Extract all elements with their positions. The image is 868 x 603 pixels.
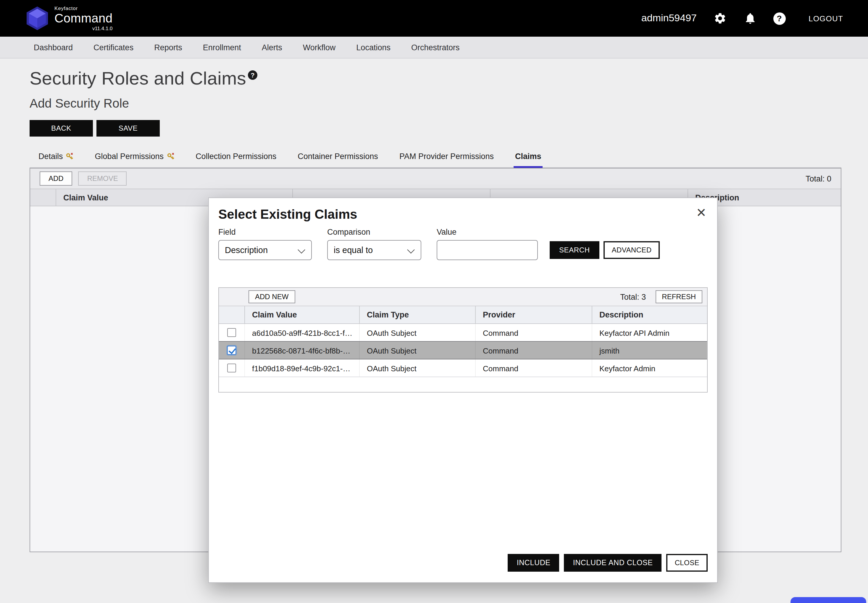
close-icon[interactable]: ✕ bbox=[696, 206, 707, 220]
provider-cell: Command bbox=[475, 324, 592, 341]
select-column-header bbox=[30, 189, 56, 206]
help-icon[interactable]: ? bbox=[773, 12, 786, 25]
value-group: Value bbox=[437, 227, 538, 260]
refresh-button[interactable]: REFRESH bbox=[655, 290, 702, 303]
claims-search-form: Field Description Comparison is equal to… bbox=[219, 227, 708, 260]
settings-gear-icon[interactable] bbox=[713, 11, 727, 25]
warning-key-icon bbox=[66, 153, 74, 160]
tab-container-permissions[interactable]: Container Permissions bbox=[296, 147, 379, 168]
modal-title: Select Existing Claims bbox=[219, 206, 708, 223]
nav-item-reports[interactable]: Reports bbox=[154, 43, 182, 52]
brand-name: Keyfactor bbox=[54, 6, 113, 11]
grid-column-provider[interactable]: Provider bbox=[475, 306, 592, 323]
version-label: v11.4.1.0 bbox=[92, 26, 113, 31]
tab-claims[interactable]: Claims bbox=[514, 147, 542, 168]
claim-type-cell: OAuth Subject bbox=[359, 359, 475, 377]
field-select[interactable]: Description bbox=[219, 240, 312, 260]
add-button[interactable]: ADD bbox=[40, 172, 73, 186]
grid-select-column-header bbox=[219, 306, 244, 323]
comparison-group: Comparison is equal to bbox=[327, 227, 421, 260]
search-button[interactable]: SEARCH bbox=[550, 241, 599, 259]
include-and-close-button[interactable]: INCLUDE AND CLOSE bbox=[564, 554, 662, 572]
username: admin59497 bbox=[642, 12, 697, 24]
provider-cell: Command bbox=[475, 342, 592, 359]
claim-row-select-cell bbox=[219, 342, 244, 359]
grid-column-description[interactable]: Description bbox=[592, 306, 707, 323]
grid-total: Total: 3 bbox=[620, 292, 646, 301]
nav-item-locations[interactable]: Locations bbox=[356, 43, 391, 52]
description-cell: Keyfactor API Admin bbox=[592, 324, 707, 341]
advanced-button[interactable]: ADVANCED bbox=[603, 241, 660, 259]
claims-panel-toolbar: ADD REMOVE Total: 0 bbox=[30, 169, 841, 189]
tabs: Details Global Permissions Collection Pe… bbox=[29, 147, 842, 168]
claims-grid-header: Claim Value Claim Type Provider Descript… bbox=[219, 306, 707, 324]
field-group: Field Description bbox=[219, 227, 312, 260]
claim-value-cell: b122568c-0871-4f6c-bf8b-… bbox=[244, 342, 359, 359]
include-button[interactable]: INCLUDE bbox=[508, 554, 560, 572]
comparison-label: Comparison bbox=[327, 227, 421, 237]
tab-label: Details bbox=[39, 152, 63, 161]
logout-button[interactable]: LOGOUT bbox=[809, 14, 843, 23]
tab-label: PAM Provider Permissions bbox=[399, 152, 494, 161]
notifications-bell-icon[interactable] bbox=[743, 11, 757, 25]
page-title: Security Roles and Claims? bbox=[29, 68, 842, 89]
claims-grid: ADD NEW Total: 3 REFRESH Claim Value Cla… bbox=[219, 287, 708, 393]
top-bar: Keyfactor Command v11.4.1.0 admin59497 ?… bbox=[0, 0, 868, 37]
nav: DashboardCertificatesReportsEnrollmentAl… bbox=[0, 37, 868, 59]
nav-item-alerts[interactable]: Alerts bbox=[262, 43, 282, 52]
claim-type-cell: OAuth Subject bbox=[359, 342, 475, 359]
tab-label: Container Permissions bbox=[298, 152, 378, 161]
value-label: Value bbox=[437, 227, 538, 237]
tab-global-permissions[interactable]: Global Permissions bbox=[94, 147, 176, 168]
description-cell: jsmith bbox=[592, 342, 707, 359]
grid-column-claim-value[interactable]: Claim Value bbox=[244, 306, 359, 323]
claims-grid-toolbar: ADD NEW Total: 3 REFRESH bbox=[219, 288, 707, 306]
claim-type-cell: OAuth Subject bbox=[359, 324, 475, 341]
tab-details[interactable]: Details bbox=[37, 147, 75, 168]
warning-key-icon bbox=[167, 153, 174, 160]
comparison-select[interactable]: is equal to bbox=[327, 240, 421, 260]
tab-label: Claims bbox=[515, 152, 541, 161]
nav-item-enrollment[interactable]: Enrollment bbox=[203, 43, 241, 52]
app-window: Keyfactor Command v11.4.1.0 admin59497 ?… bbox=[0, 0, 868, 603]
remove-button[interactable]: REMOVE bbox=[78, 172, 127, 186]
claim-value-cell: f1b09d18-89ef-4c9b-92c1-… bbox=[244, 359, 359, 377]
page-subtitle: Add Security Role bbox=[29, 96, 842, 111]
claim-row-select-cell bbox=[219, 359, 244, 377]
claims-total: Total: 0 bbox=[806, 174, 831, 183]
nav-item-dashboard[interactable]: Dashboard bbox=[34, 43, 73, 52]
page-help-icon[interactable]: ? bbox=[248, 70, 257, 80]
claims-grid-body: a6d10a50-a9ff-421b-8cc1-f… OAuth Subject… bbox=[219, 324, 707, 377]
save-button[interactable]: SAVE bbox=[96, 120, 160, 136]
tab-label: Global Permissions bbox=[95, 152, 164, 161]
value-input[interactable] bbox=[437, 240, 538, 260]
row-checkbox[interactable] bbox=[227, 346, 236, 355]
tab-pam-provider-permissions[interactable]: PAM Provider Permissions bbox=[398, 147, 495, 168]
claim-value-cell: a6d10a50-a9ff-421b-8cc1-f… bbox=[244, 324, 359, 341]
brand-logo[interactable]: Keyfactor Command v11.4.1.0 bbox=[26, 6, 113, 31]
claim-row-select-cell bbox=[219, 324, 244, 341]
back-button[interactable]: BACK bbox=[29, 120, 93, 136]
product-name: Command bbox=[54, 12, 113, 24]
row-checkbox[interactable] bbox=[227, 363, 236, 373]
nav-item-certificates[interactable]: Certificates bbox=[93, 43, 133, 52]
nav-item-workflow[interactable]: Workflow bbox=[303, 43, 336, 52]
claim-row[interactable]: b122568c-0871-4f6c-bf8b-… OAuth Subject … bbox=[219, 341, 707, 359]
top-right-cluster: admin59497 ? LOGOUT bbox=[642, 11, 843, 25]
grid-column-claim-type[interactable]: Claim Type bbox=[359, 306, 475, 323]
claim-row[interactable]: a6d10a50-a9ff-421b-8cc1-f… OAuth Subject… bbox=[219, 324, 707, 342]
chat-widget-peek[interactable] bbox=[790, 597, 866, 603]
action-row: BACK SAVE bbox=[29, 120, 842, 136]
nav-item-orchestrators[interactable]: Orchestrators bbox=[411, 43, 460, 52]
add-new-button[interactable]: ADD NEW bbox=[248, 290, 295, 303]
tab-collection-permissions[interactable]: Collection Permissions bbox=[194, 147, 277, 168]
description-cell: Keyfactor Admin bbox=[592, 359, 707, 377]
row-checkbox[interactable] bbox=[227, 328, 236, 337]
modal-header: Select Existing Claims ✕ bbox=[219, 206, 708, 223]
close-button[interactable]: CLOSE bbox=[666, 554, 708, 572]
select-existing-claims-modal: Select Existing Claims ✕ Field Descripti… bbox=[208, 198, 718, 583]
modal-footer: INCLUDE INCLUDE AND CLOSE CLOSE bbox=[508, 554, 708, 572]
provider-cell: Command bbox=[475, 359, 592, 377]
claim-row[interactable]: f1b09d18-89ef-4c9b-92c1-… OAuth Subject … bbox=[219, 359, 707, 377]
field-label: Field bbox=[219, 227, 312, 237]
